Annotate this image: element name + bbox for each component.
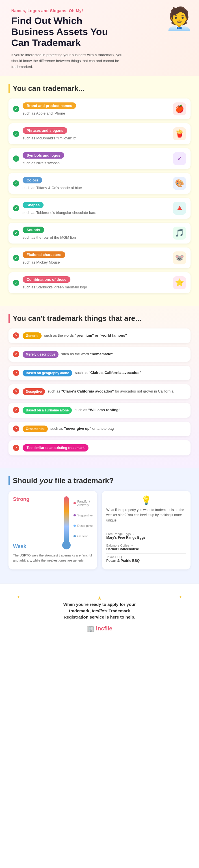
thermometer-bar bbox=[64, 496, 69, 541]
cant-surname-before: such as bbox=[75, 408, 88, 412]
x-icon-deceptive: ✕ bbox=[13, 388, 19, 395]
check-icon-combinations: ✓ bbox=[13, 280, 19, 286]
phrases-icon: 🍟 bbox=[173, 127, 186, 140]
tag-surname: Based on a surname alone bbox=[23, 407, 72, 414]
x-icon-surname: ✕ bbox=[13, 407, 19, 413]
tag-descriptive: Merely descriptive bbox=[23, 351, 58, 358]
should-file-section: Should you file a trademark? Strong Weak… bbox=[0, 468, 199, 584]
cant-generic-bold: "premium" or "world famous" bbox=[75, 333, 127, 338]
fictional-icon: 🐭 bbox=[173, 251, 186, 265]
cant-text-surname: Based on a surname alone such as "Willia… bbox=[23, 407, 186, 414]
tag-symbols: Symbols and logos bbox=[23, 152, 64, 159]
label-generic: Generic bbox=[78, 534, 88, 538]
cant-geography-before: such as bbox=[75, 371, 88, 375]
trademark-item-sounds: ✓ Sounds such as the roar of the MGM lio… bbox=[8, 223, 191, 244]
cant-item-descriptive: ✕ Merely descriptive such as the word "h… bbox=[8, 347, 191, 362]
shapes-icon: 🔺 bbox=[173, 202, 186, 215]
cant-text-descriptive: Merely descriptive such as the word "hom… bbox=[23, 351, 186, 358]
cant-deceptive-bold: "Claire's California avocados" bbox=[61, 389, 114, 393]
check-icon-fictional: ✓ bbox=[13, 255, 19, 261]
check-icon-phrases: ✓ bbox=[13, 131, 19, 137]
tag-geography: Based on geography alone bbox=[23, 370, 72, 376]
example-row-2: Baltimore Coffee → Harbor Coffeehouse bbox=[106, 544, 186, 551]
dot-fanciful bbox=[74, 502, 76, 504]
cant-deceptive-after: for avocados not grown in California bbox=[114, 389, 174, 393]
label-descriptive: Descriptive bbox=[78, 524, 93, 527]
dot-item-suggestive: Suggestive bbox=[74, 514, 93, 517]
trademark-item-symbols-content: Symbols and logos such as Nike's swoosh bbox=[23, 152, 170, 165]
thermometer-bulb bbox=[62, 541, 71, 550]
colors-icon: 🎨 bbox=[173, 177, 186, 190]
example-after-2: Harbor Coffeehouse bbox=[106, 547, 186, 551]
x-icon-descriptive: ✕ bbox=[13, 351, 19, 357]
header-description: If you're interested in protecting your … bbox=[11, 52, 124, 70]
thermometer-dot-labels: Fanciful /Arbitrary Suggestive Descripti… bbox=[74, 496, 93, 541]
x-icon-ornamental: ✕ bbox=[13, 426, 19, 432]
cant-geography-bold: "Claire's California avocados" bbox=[88, 371, 141, 375]
symbols-desc: such as Nike's swoosh bbox=[23, 161, 170, 165]
footer-section: ★ ★ ★ When you're ready to apply for you… bbox=[0, 584, 199, 641]
tag-phrases: Phrases and slogans bbox=[23, 127, 67, 134]
cant-item-ornamental: ✕ Ornamental such as "never give up" on … bbox=[8, 422, 191, 436]
dot-generic bbox=[74, 535, 76, 537]
brand-desc: such as Apple and iPhone bbox=[23, 111, 170, 116]
cant-ornamental-bold: "never give up" bbox=[64, 426, 91, 431]
trademark-item-fictional: ✓ Fictional characters such as Mickey Mo… bbox=[8, 247, 191, 268]
divider-2 bbox=[106, 553, 186, 554]
header-section: 🧑‍💼 Names, Logos and Slogans, Oh My! Fin… bbox=[0, 0, 199, 75]
tag-ornamental: Ornamental bbox=[23, 426, 48, 432]
footer-brand: 🏢 incfile bbox=[11, 625, 188, 632]
combinations-desc: such as Starbucks' green mermaid logo bbox=[23, 285, 170, 289]
trademark-item-colors: ✓ Colors such as Tiffany & Co's shade of… bbox=[8, 173, 191, 194]
trademark-item-fictional-content: Fictional characters such as Mickey Mous… bbox=[23, 251, 170, 265]
dot-descriptive bbox=[74, 525, 76, 527]
check-icon-shapes: ✓ bbox=[13, 205, 19, 211]
trademark-item-shapes: ✓ Shapes such as Toblerone's triangular … bbox=[8, 198, 191, 219]
cant-trademark-section: You can't trademark things that are... ✕… bbox=[0, 306, 199, 468]
can-trademark-section: You can trademark... ✓ Brand and product… bbox=[0, 75, 199, 306]
dot-item-generic: Generic bbox=[74, 534, 93, 538]
tag-sounds: Sounds bbox=[23, 226, 44, 233]
cant-text-ornamental: Ornamental such as "never give up" on a … bbox=[23, 426, 186, 432]
star-small-left: ★ bbox=[17, 595, 20, 601]
trademark-item-phrases-content: Phrases and slogans such as McDonald's "… bbox=[23, 127, 170, 140]
tag-shapes: Shapes bbox=[23, 202, 44, 208]
trademark-item-colors-content: Colors such as Tiffany & Co's shade of b… bbox=[23, 177, 170, 190]
combinations-icon: ⭐ bbox=[173, 276, 186, 289]
trademark-item-combinations: ✓ Combinations of those such as Starbuck… bbox=[8, 272, 191, 293]
cant-section-title: You can't trademark things that are... bbox=[8, 314, 191, 323]
cant-item-deceptive: ✕ Deceptive such as "Claire's California… bbox=[8, 384, 191, 399]
trademark-item-phrases: ✓ Phrases and slogans such as McDonald's… bbox=[8, 123, 191, 144]
footer-brand-name: incfile bbox=[96, 625, 113, 632]
cant-ornamental-before: such as bbox=[50, 426, 64, 431]
shapes-desc: such as Toblerone's triangular chocolate… bbox=[23, 211, 170, 215]
bulb-icon: 💡 bbox=[106, 495, 186, 505]
divider bbox=[106, 528, 186, 528]
phrases-desc: such as McDonald's "I'm lovin' it" bbox=[23, 136, 170, 140]
cant-text-generic: Generic such as the words "premium" or "… bbox=[23, 333, 186, 339]
divider-1 bbox=[106, 542, 186, 542]
example-row-3: Texas BBQ → Pecan & Prairie BBQ bbox=[106, 555, 186, 563]
chart-container: Strong Weak Fanciful /Arbitrary Suggesti… bbox=[8, 491, 191, 570]
example-after-3: Pecan & Prairie BBQ bbox=[106, 559, 186, 563]
trademark-item-shapes-content: Shapes such as Toblerone's triangular ch… bbox=[23, 202, 170, 215]
dot-suggestive bbox=[74, 514, 76, 517]
footer-text: When you're ready to apply for your trad… bbox=[11, 601, 188, 621]
thermometer-description: The USPTO says the strongest trademarks … bbox=[13, 553, 93, 563]
example-before-2: Baltimore Coffee → bbox=[106, 544, 186, 547]
check-icon-symbols: ✓ bbox=[13, 155, 19, 162]
cant-item-generic: ✕ Generic such as the words "premium" or… bbox=[8, 329, 191, 343]
trademark-item-brand-content: Brand and product names such as Apple an… bbox=[23, 102, 170, 116]
star-small-right: ★ bbox=[179, 595, 182, 601]
incfile-logo-icon: 🏢 bbox=[87, 625, 94, 632]
tag-similar: Too similar to an existing trademark bbox=[23, 444, 88, 452]
x-icon-similar: ✕ bbox=[13, 445, 19, 451]
check-icon-brand: ✓ bbox=[13, 106, 19, 112]
dot-item-descriptive: Descriptive bbox=[74, 524, 93, 527]
tag-fictional: Fictional characters bbox=[23, 251, 65, 258]
x-icon-geography: ✕ bbox=[13, 370, 19, 376]
example-row-1: Free Range Eggs → Mary's Free Range Eggs bbox=[106, 532, 186, 539]
example-after-1: Mary's Free Range Eggs bbox=[106, 535, 186, 539]
advice-card: 💡 What if the property you want to trade… bbox=[102, 491, 191, 570]
example-before-1: Free Range Eggs → bbox=[106, 532, 186, 535]
